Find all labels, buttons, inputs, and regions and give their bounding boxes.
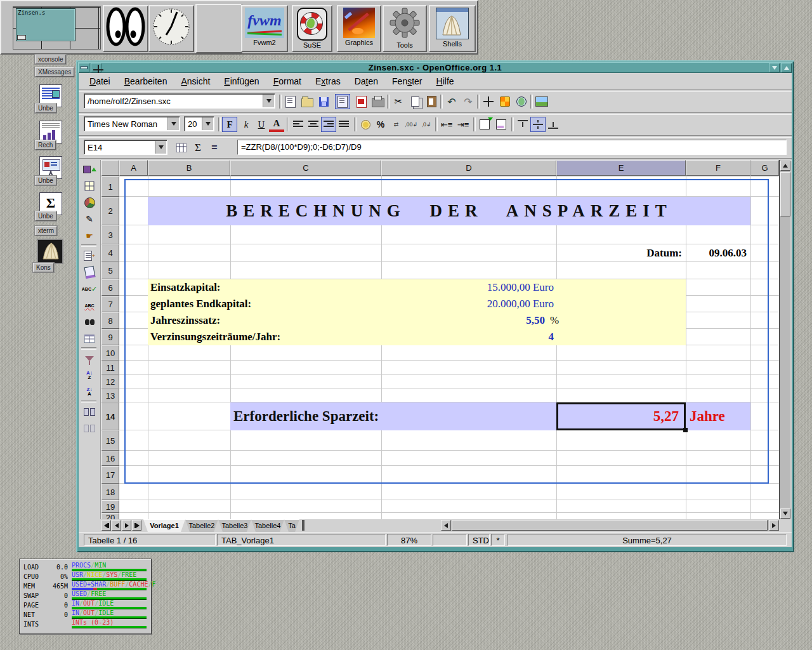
status-insert-mode[interactable]: STD bbox=[468, 534, 490, 546]
column-header-a[interactable]: A bbox=[119, 160, 148, 176]
font-color-button[interactable]: A bbox=[269, 117, 284, 132]
input-label[interactable]: Jahreszinssatz: bbox=[150, 312, 220, 329]
first-sheet-button[interactable] bbox=[102, 520, 111, 531]
launcher-fvwm2[interactable]: fvwm Fvwm2 bbox=[241, 5, 288, 52]
navigator-button[interactable] bbox=[481, 94, 496, 109]
sort-ascending-button[interactable]: A↓Z bbox=[81, 368, 98, 383]
bold-button[interactable]: F bbox=[222, 117, 237, 132]
insert-button[interactable] bbox=[81, 162, 98, 177]
xeyes-button[interactable] bbox=[103, 5, 148, 52]
row-header-selected[interactable]: 14 bbox=[102, 402, 119, 430]
spellcheck-button[interactable]: ABC✓ bbox=[81, 281, 98, 296]
input-value[interactable]: 5,50 bbox=[381, 312, 545, 329]
input-value[interactable]: 4 bbox=[381, 329, 554, 345]
decrease-indent-button[interactable]: ⇤≡ bbox=[439, 117, 454, 132]
align-left-button[interactable] bbox=[291, 117, 306, 132]
input-value[interactable]: 15.000,00 Euro bbox=[381, 279, 554, 296]
url-dropdown-button[interactable] bbox=[263, 95, 274, 107]
export-pdf-button[interactable] bbox=[354, 94, 369, 109]
align-top-button[interactable] bbox=[515, 117, 530, 132]
sheet-tab-vorlage1[interactable]: Vorlage1 bbox=[143, 519, 185, 532]
tab-scroll-splitter[interactable] bbox=[302, 520, 304, 531]
column-header-g[interactable]: G bbox=[750, 160, 779, 176]
row-header[interactable]: 7 bbox=[102, 296, 119, 312]
iconified-konsole-label[interactable]: Kons bbox=[33, 263, 54, 272]
row-header[interactable]: 17 bbox=[102, 466, 119, 484]
group-button[interactable] bbox=[81, 404, 98, 420]
launcher-shells[interactable]: Shells bbox=[429, 5, 476, 52]
scroll-right-button[interactable] bbox=[769, 520, 779, 531]
input-unit[interactable]: % bbox=[550, 312, 559, 329]
input-label[interactable]: Einsatzkapital: bbox=[150, 279, 221, 296]
redo-button[interactable]: ↷ bbox=[461, 94, 476, 109]
sum-button[interactable]: Σ bbox=[190, 140, 206, 156]
previous-sheet-button[interactable] bbox=[112, 520, 121, 531]
row-header[interactable]: 8 bbox=[102, 312, 119, 329]
status-zoom[interactable]: 87% bbox=[387, 534, 431, 546]
insert-chart-button[interactable] bbox=[81, 195, 98, 210]
sheet-title-cell[interactable]: BERECHNUNG DER ANSPARZEIT bbox=[148, 197, 750, 225]
iconified-impress-label[interactable]: Unbe bbox=[35, 176, 56, 185]
sheet-tab-tabelle3[interactable]: Tabelle3 bbox=[218, 519, 251, 532]
percent-format-button[interactable]: % bbox=[373, 117, 388, 132]
cell-reference-box[interactable]: E14 bbox=[84, 140, 167, 155]
iconified-xterm[interactable]: xterm bbox=[35, 226, 57, 235]
new-document-button[interactable] bbox=[283, 94, 298, 109]
delete-decimal-button[interactable]: ,0↲ bbox=[419, 117, 434, 132]
column-header-d[interactable]: D bbox=[381, 160, 556, 176]
iconified-calc-label[interactable]: Rech bbox=[35, 140, 56, 150]
formula-input[interactable]: =ZZR(D8/(100*D9);0;-D6;D7)/D9 bbox=[237, 140, 787, 155]
result-label-cell[interactable]: Erforderliche Sparzeit: bbox=[233, 402, 379, 430]
window-menu-button[interactable] bbox=[79, 63, 89, 72]
hyperlink-button[interactable] bbox=[514, 94, 529, 109]
increase-indent-button[interactable]: ⇥≡ bbox=[455, 117, 471, 132]
scroll-down-button[interactable] bbox=[780, 508, 790, 519]
auto-spellcheck-button[interactable]: ABC bbox=[81, 298, 98, 313]
pager-mini-window[interactable]: Zinsen.s bbox=[16, 8, 75, 41]
sheet-tab-clipped[interactable]: Ta bbox=[284, 519, 299, 532]
next-sheet-button[interactable] bbox=[122, 520, 131, 531]
insert-cells-button[interactable] bbox=[81, 178, 98, 194]
find-replace-button[interactable] bbox=[81, 314, 98, 329]
row-header[interactable]: 18 bbox=[102, 484, 119, 500]
selected-cell-e14[interactable]: 5,27 bbox=[556, 402, 686, 430]
row-header[interactable]: 16 bbox=[102, 451, 119, 466]
form-functions-button[interactable]: ☛ bbox=[81, 228, 98, 243]
column-header-e[interactable]: E bbox=[556, 160, 686, 176]
scroll-left-button[interactable] bbox=[441, 520, 451, 531]
input-value[interactable]: 20.000,00 Euro bbox=[381, 296, 554, 312]
menu-bearbeiten[interactable]: Bearbeiten bbox=[117, 75, 174, 88]
row-header[interactable]: 12 bbox=[102, 375, 119, 388]
font-name-dropdown[interactable] bbox=[167, 117, 179, 130]
maximize-button[interactable] bbox=[781, 63, 792, 72]
row-header[interactable]: 9 bbox=[102, 329, 119, 345]
underline-button[interactable]: U bbox=[254, 117, 269, 132]
menu-datei[interactable]: Datei bbox=[82, 75, 117, 88]
scroll-up-button[interactable] bbox=[780, 161, 790, 171]
insert-fields-button[interactable]: + bbox=[81, 248, 98, 263]
row-header[interactable]: 1 bbox=[102, 176, 119, 197]
row-header[interactable]: 10 bbox=[102, 345, 119, 361]
column-header-c[interactable]: C bbox=[230, 160, 381, 176]
menu-fenster[interactable]: Fenster bbox=[385, 75, 429, 88]
italic-button[interactable]: k bbox=[239, 117, 254, 132]
cell-selection-handle[interactable] bbox=[683, 428, 688, 432]
font-size-dropdown[interactable] bbox=[202, 117, 213, 130]
edit-file-button[interactable] bbox=[335, 94, 350, 109]
row-header[interactable]: 13 bbox=[102, 388, 119, 402]
iconified-xmessages[interactable]: XMessages bbox=[35, 67, 74, 77]
menu-einfuegen[interactable]: Einfügen bbox=[217, 75, 266, 88]
currency-format-button[interactable] bbox=[358, 117, 373, 132]
column-header-f[interactable]: F bbox=[686, 160, 750, 176]
vertical-scroll-thumb[interactable] bbox=[780, 172, 790, 216]
empty-panel-button[interactable] bbox=[195, 4, 242, 53]
row-header[interactable]: 11 bbox=[102, 361, 119, 375]
cell-area[interactable]: BERECHNUNG DER ANSPARZEIT Datum: 09.06.0… bbox=[119, 176, 779, 519]
menu-format[interactable]: Format bbox=[266, 75, 308, 88]
stylist-button[interactable] bbox=[497, 94, 513, 109]
sort-descending-button[interactable]: Z↓A bbox=[81, 384, 98, 399]
iconified-math-label[interactable]: Unbe bbox=[35, 211, 56, 221]
row-header[interactable]: 15 bbox=[102, 430, 119, 451]
row-header[interactable]: 20 bbox=[102, 513, 119, 519]
sheet-tab-tabelle2[interactable]: Tabelle2 bbox=[185, 519, 218, 532]
